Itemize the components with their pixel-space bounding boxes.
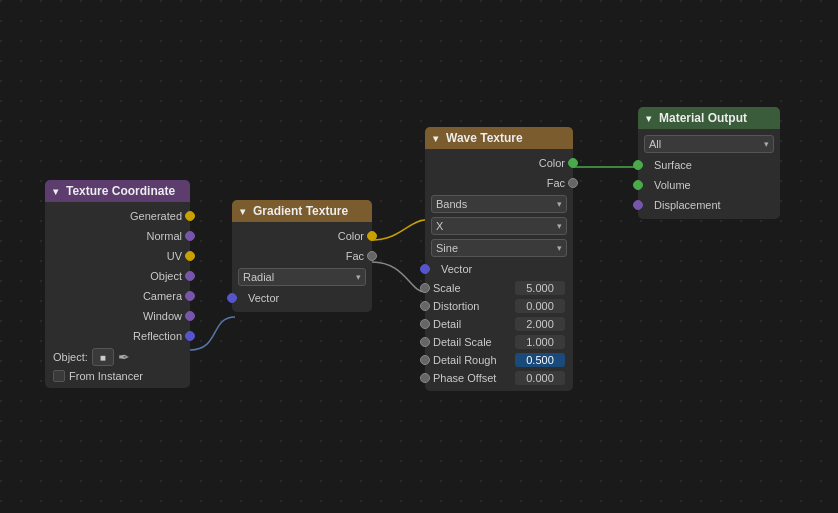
wave-profile-value: Sine bbox=[436, 242, 458, 254]
wave-detail-scale-row: Detail Scale 1.000 bbox=[425, 333, 573, 351]
wave-color-output-socket[interactable] bbox=[568, 158, 578, 168]
texcoord-title: Texture Coordinate bbox=[66, 184, 175, 198]
wave-scale-socket[interactable] bbox=[420, 283, 430, 293]
wave-distortion-value[interactable]: 0.000 bbox=[515, 299, 565, 313]
wave-distortion-socket[interactable] bbox=[420, 301, 430, 311]
gradient-texture-node: ▾ Gradient Texture Color Fac Radial ▾ Ve… bbox=[232, 200, 372, 312]
gradient-vector-row: Vector bbox=[232, 288, 372, 308]
matout-dropdown-arrow: ▾ bbox=[764, 139, 769, 149]
texcoord-uv-socket[interactable] bbox=[185, 251, 195, 261]
texcoord-object-input-label: Object: bbox=[53, 351, 88, 363]
texcoord-normal-socket[interactable] bbox=[185, 231, 195, 241]
texcoord-uv-label: UV bbox=[167, 250, 182, 262]
gradient-fac-socket[interactable] bbox=[367, 251, 377, 261]
texcoord-header: ▾ Texture Coordinate bbox=[45, 180, 190, 202]
texcoord-window-socket[interactable] bbox=[185, 311, 195, 321]
texcoord-window-row: Window bbox=[45, 306, 190, 326]
wave-detail-row: Detail 2.000 bbox=[425, 315, 573, 333]
matout-volume-label: Volume bbox=[654, 179, 691, 191]
wave-type-value: Bands bbox=[436, 198, 467, 210]
matout-displacement-socket[interactable] bbox=[633, 200, 643, 210]
wave-scale-value[interactable]: 5.000 bbox=[515, 281, 565, 295]
wave-header: ▾ Wave Texture bbox=[425, 127, 573, 149]
gradient-title: Gradient Texture bbox=[253, 204, 348, 218]
wave-distortion-label: Distortion bbox=[433, 300, 479, 312]
texcoord-object-row: Object bbox=[45, 266, 190, 286]
gradient-vector-socket[interactable] bbox=[227, 293, 237, 303]
gradient-vector-label: Vector bbox=[248, 292, 279, 304]
texcoord-generated-socket[interactable] bbox=[185, 211, 195, 221]
texcoord-reflection-label: Reflection bbox=[133, 330, 182, 342]
wave-phase-offset-label: Phase Offset bbox=[433, 372, 496, 384]
wave-direction-arrow: ▾ bbox=[557, 221, 562, 231]
matout-volume-row: Volume bbox=[638, 175, 780, 195]
gradient-fac-label: Fac bbox=[346, 250, 364, 262]
matout-volume-socket[interactable] bbox=[633, 180, 643, 190]
wave-scale-label: Scale bbox=[433, 282, 461, 294]
wave-vector-label: Vector bbox=[441, 263, 472, 275]
wave-dropdown1-row: Bands ▾ bbox=[425, 193, 573, 215]
texcoord-dropper-button[interactable]: ✒ bbox=[118, 349, 130, 365]
matout-header: ▾ Material Output bbox=[638, 107, 780, 129]
texcoord-object-box[interactable]: ■ bbox=[92, 348, 114, 366]
wave-phase-offset-value[interactable]: 0.000 bbox=[515, 371, 565, 385]
texcoord-from-instancer-checkbox[interactable] bbox=[53, 370, 65, 382]
texcoord-generated-row: Generated bbox=[45, 206, 190, 226]
matout-title: Material Output bbox=[659, 111, 747, 125]
wave-vector-socket[interactable] bbox=[420, 264, 430, 274]
texcoord-normal-label: Normal bbox=[147, 230, 182, 242]
texcoord-generated-label: Generated bbox=[130, 210, 182, 222]
texcoord-uv-row: UV bbox=[45, 246, 190, 266]
gradient-color-socket[interactable] bbox=[367, 231, 377, 241]
wave-detail-socket[interactable] bbox=[420, 319, 430, 329]
wave-title: Wave Texture bbox=[446, 131, 523, 145]
texcoord-reflection-socket[interactable] bbox=[185, 331, 195, 341]
wave-direction-dropdown[interactable]: X ▾ bbox=[431, 217, 567, 235]
texcoord-camera-row: Camera bbox=[45, 286, 190, 306]
wave-color-output-row: Color bbox=[425, 153, 573, 173]
matout-surface-label: Surface bbox=[654, 159, 692, 171]
texcoord-chevron[interactable]: ▾ bbox=[53, 186, 58, 197]
wave-detail-scale-socket[interactable] bbox=[420, 337, 430, 347]
wave-type-dropdown[interactable]: Bands ▾ bbox=[431, 195, 567, 213]
wave-phase-offset-row: Phase Offset 0.000 bbox=[425, 369, 573, 387]
texcoord-camera-socket[interactable] bbox=[185, 291, 195, 301]
wave-profile-arrow: ▾ bbox=[557, 243, 562, 253]
wave-fac-output-socket[interactable] bbox=[568, 178, 578, 188]
matout-displacement-row: Displacement bbox=[638, 195, 780, 215]
matout-target-dropdown[interactable]: All ▾ bbox=[644, 135, 774, 153]
wave-detail-scale-label: Detail Scale bbox=[433, 336, 492, 348]
matout-chevron[interactable]: ▾ bbox=[646, 113, 651, 124]
wave-fac-output-label: Fac bbox=[547, 177, 565, 189]
gradient-color-label: Color bbox=[338, 230, 364, 242]
matout-surface-socket[interactable] bbox=[633, 160, 643, 170]
wave-profile-dropdown[interactable]: Sine ▾ bbox=[431, 239, 567, 257]
wave-detail-rough-socket[interactable] bbox=[420, 355, 430, 365]
wave-detail-rough-label: Detail Rough bbox=[433, 354, 497, 366]
gradient-fac-row: Fac bbox=[232, 246, 372, 266]
texcoord-reflection-row: Reflection bbox=[45, 326, 190, 346]
texcoord-window-label: Window bbox=[143, 310, 182, 322]
wave-dropdown3-row: Sine ▾ bbox=[425, 237, 573, 259]
material-output-node: ▾ Material Output All ▾ Surface Volume D… bbox=[638, 107, 780, 219]
wave-type-arrow: ▾ bbox=[557, 199, 562, 209]
wave-phase-offset-socket[interactable] bbox=[420, 373, 430, 383]
gradient-dropdown-row: Radial ▾ bbox=[232, 266, 372, 288]
gradient-type-value: Radial bbox=[243, 271, 274, 283]
texture-coordinate-node: ▾ Texture Coordinate Generated Normal UV… bbox=[45, 180, 190, 388]
wave-color-output-label: Color bbox=[539, 157, 565, 169]
wave-detail-rough-row: Detail Rough 0.500 bbox=[425, 351, 573, 369]
wave-dropdown2-row: X ▾ bbox=[425, 215, 573, 237]
wave-fac-output-row: Fac bbox=[425, 173, 573, 193]
texcoord-object-socket[interactable] bbox=[185, 271, 195, 281]
gradient-chevron[interactable]: ▾ bbox=[240, 206, 245, 217]
wave-chevron[interactable]: ▾ bbox=[433, 133, 438, 144]
wave-detail-rough-value[interactable]: 0.500 bbox=[515, 353, 565, 367]
texcoord-object-label: Object bbox=[150, 270, 182, 282]
wave-scale-row: Scale 5.000 bbox=[425, 279, 573, 297]
wave-detail-value[interactable]: 2.000 bbox=[515, 317, 565, 331]
wave-detail-scale-value[interactable]: 1.000 bbox=[515, 335, 565, 349]
wave-texture-node: ▾ Wave Texture Color Fac Bands ▾ X ▾ bbox=[425, 127, 573, 391]
wave-detail-label: Detail bbox=[433, 318, 461, 330]
gradient-type-dropdown[interactable]: Radial ▾ bbox=[238, 268, 366, 286]
